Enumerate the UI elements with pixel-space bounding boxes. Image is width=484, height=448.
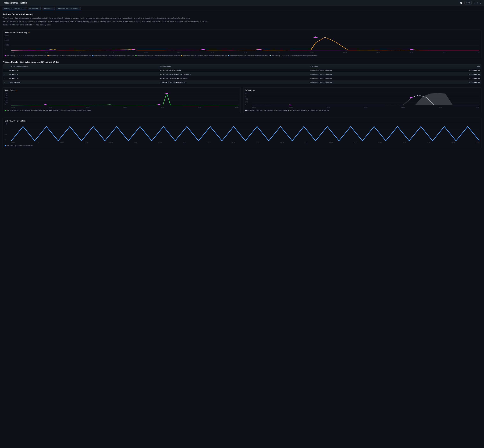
read-bytes-chart: Read Bytes ⚠ 50G 40G 30G 20G 10G 0 xyxy=(2,88,241,113)
legend-dot xyxy=(135,55,137,56)
rss-text2: Resident Set Size is the memory allocate… xyxy=(2,20,481,23)
write-y-labels: 80G 60G 40G 20G 0 xyxy=(245,93,252,105)
svg-marker-8 xyxy=(409,49,414,50)
svg-marker-7 xyxy=(313,36,318,38)
svg-marker-16 xyxy=(43,104,47,105)
disk-io-area: 1.5 1 0.5 0 13:51 13:54 13:57 14 xyxy=(5,123,479,144)
rss-svg xyxy=(11,35,479,51)
write-bytes-title: Write Bytes xyxy=(245,89,479,91)
read-y-labels: 50G 40G 30G 20G 10G 0 xyxy=(5,93,11,105)
disk-table-title: Process Details - Disk bytes transferred… xyxy=(2,61,481,63)
warning-icon: ⚠ xyxy=(28,31,30,33)
legend-item: host.name=ip-172-31-93-39.ec2.internal p… xyxy=(49,110,90,111)
legend-dot xyxy=(49,110,51,111)
legend-dot xyxy=(228,55,230,56)
header-controls: 🕐 -60m ↻ ▾ ⊿ xyxy=(460,1,481,4)
read-bytes-area: 50G 40G 30G 20G 10G 0 xyxy=(5,93,239,109)
refresh-icon[interactable]: ↻ xyxy=(474,2,475,4)
rss-y-labels: 600M 400M 200M 0 xyxy=(5,35,11,51)
main-content: Resident Set vs Virtual Memory Virtual M… xyxy=(0,11,484,153)
disk-io-x-labels: 13:51 13:54 13:57 14:00 14:03 14:06 14:0… xyxy=(11,141,479,144)
rss-x-labels: 13:50 13:54 13:58 14:02 14:06 14:10 14:1… xyxy=(11,51,479,54)
legend-item: host.name=ip-172-31-93-39.ec2.internal p… xyxy=(48,55,91,56)
clock-icon: 🕐 xyxy=(460,2,462,4)
rss-chart-container: Resident Set Size Memory ⚠ 600M 400M 200… xyxy=(2,30,481,58)
legend-dot xyxy=(5,110,6,111)
legend-dot xyxy=(5,145,6,146)
rss-legend: host.name=ip-172-31-93-39.ec2.internal p… xyxy=(5,55,479,56)
table-header: process.executable.name process.owner ho… xyxy=(3,64,481,68)
filter-bar: deployment.environment * host.group * ho… xyxy=(0,6,484,11)
filter-icon[interactable]: ⊿ xyxy=(480,2,481,4)
legend-dot xyxy=(270,55,271,56)
disk-io-title: Disk IO Active Operations xyxy=(5,120,479,122)
table-row: 3 svchost.exe NT_AUTHORITY\LOCAL_SERVICE… xyxy=(3,76,481,80)
legend-item: host.name = ip-172-31-93-39.ec2.internal xyxy=(5,145,33,146)
disk-io-svg xyxy=(11,123,479,141)
read-legend: host.name=ip-172-31-93-39.ec2.internal p… xyxy=(5,110,239,111)
two-col-charts: Read Bytes ⚠ 50G 40G 30G 20G 10G 0 xyxy=(2,88,481,115)
write-bytes-area: 80G 60G 40G 20G 0 xyxy=(245,93,479,109)
legend-item: host.name=ip-172-31-93-39.ec2.internal p… xyxy=(288,110,329,111)
legend-dot xyxy=(245,110,247,111)
table-row: 4 SearchApp.exe EC2AMAZ-T30T53R\Administ… xyxy=(3,80,481,84)
filter-host-group[interactable]: host.group * xyxy=(28,7,41,10)
disk-io-y-labels: 1.5 1 0.5 0 xyxy=(5,123,11,141)
read-svg xyxy=(11,93,239,105)
rss-text3: Use the RSS Memory panel for troubleshoo… xyxy=(2,24,481,26)
legend-dot xyxy=(181,55,182,56)
legend-item: host.name=ip-172-31-93-39.ec2.internal p… xyxy=(245,110,287,111)
rss-text1: Virtual Memory Size is the memory a proc… xyxy=(2,17,481,20)
table-row: 1 svchost.exe NT_AUTHORITY\SYSTEM ip-172… xyxy=(3,68,481,72)
legend-dot xyxy=(5,55,6,56)
rss-chart-area: 600M 400M 200M 0 xyxy=(5,35,479,54)
disk-io-legend: host.name = ip-172-31-93-39.ec2.internal xyxy=(5,145,479,146)
legend-item: host.name=ip-172-31-93-39.ec2.internal p… xyxy=(135,55,180,56)
read-x-labels: 13:54 14:02 14:10 14:18 14:26 14:34 14:4… xyxy=(11,106,239,109)
legend-item: host.name=ip-172-31-93-39.ec2.internal p… xyxy=(5,110,48,111)
legend-item: host.name=ip-172-31-93-39.ec2.internal p… xyxy=(228,55,268,56)
disk-io-chart: Disk IO Active Operations 1.5 1 0.5 0 xyxy=(2,118,481,148)
app-header: Process Metrics - Details 🕐 -60m ↻ ▾ ⊿ xyxy=(0,0,484,6)
rss-section: Resident Set vs Virtual Memory Virtual M… xyxy=(2,13,481,26)
write-x-labels: 13:54 14:02 14:10 14:18 14:26 14:34 14:4… xyxy=(252,106,479,109)
write-bytes-chart: Write Bytes 80G 60G 40G 20G 0 xyxy=(243,88,481,113)
disk-table: process.executable.name process.owner ho… xyxy=(2,64,481,84)
svg-marker-23 xyxy=(415,93,453,105)
svg-marker-15 xyxy=(165,93,169,94)
legend-dot xyxy=(92,55,93,56)
svg-marker-5 xyxy=(201,49,205,50)
filter-process-exec[interactable]: process.executable.name * xyxy=(56,7,81,10)
legend-dot xyxy=(48,55,49,56)
write-svg xyxy=(252,93,479,105)
chevron-icon[interactable]: ▾ xyxy=(477,2,478,4)
warning-icon: ⚠ xyxy=(16,89,17,91)
filter-deployment-env[interactable]: deployment.environment * xyxy=(2,7,26,10)
legend-item: host.name=ip-172-31-93-39.ec2.internal p… xyxy=(5,55,46,56)
rss-chart-title: Resident Set Size Memory ⚠ xyxy=(5,31,479,33)
svg-marker-25 xyxy=(288,104,292,105)
rss-section-title: Resident Set vs Virtual Memory xyxy=(2,13,481,16)
legend-dot xyxy=(288,110,289,111)
table-row: 2 svchost.exe NT_AUTHORITY\NETWORK_SERVI… xyxy=(3,72,481,76)
legend-item: host.name=ip-172-31-93-39.ec2.internal p… xyxy=(92,55,134,56)
time-range[interactable]: -60m xyxy=(464,1,472,4)
read-bytes-title: Read Bytes ⚠ xyxy=(5,89,239,91)
svg-marker-17 xyxy=(157,104,161,105)
write-legend: host.name=ip-172-31-93-39.ec2.internal p… xyxy=(245,110,479,111)
page-title: Process Metrics - Details xyxy=(2,2,27,4)
legend-item: host.name=ip-172-31-93-39.ec2.internal p… xyxy=(181,55,227,56)
filter-host-name[interactable]: host.name * xyxy=(42,7,55,10)
svg-marker-24 xyxy=(409,97,413,98)
disk-table-section: Process Details - Disk bytes transferred… xyxy=(2,61,481,84)
legend-item: host.name=ip-172-31-93-39.ec2.internal p… xyxy=(270,55,317,56)
